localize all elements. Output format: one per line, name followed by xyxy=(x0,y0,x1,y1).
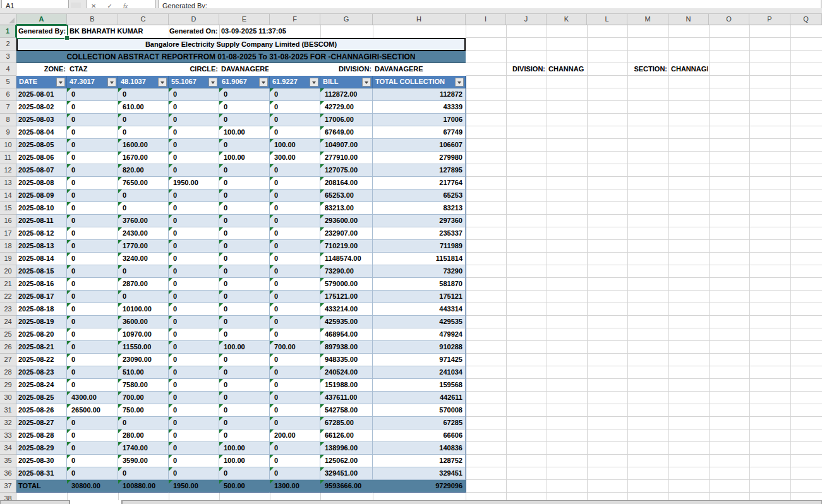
cell-value[interactable]: 700.00 xyxy=(118,392,169,404)
cell-value[interactable]: 0 xyxy=(169,328,219,341)
column-filter-header[interactable]: 47.3017 xyxy=(67,76,118,88)
cell-bill[interactable]: 579000.00 xyxy=(320,278,373,291)
cell-value[interactable]: 0 xyxy=(67,202,118,215)
column-header-f[interactable]: F xyxy=(270,14,320,25)
cell-value[interactable]: 0 xyxy=(270,202,320,215)
cell-value[interactable]: 0 xyxy=(169,379,219,392)
cell-value[interactable]: 0 xyxy=(169,227,219,240)
cell-value[interactable]: 7580.00 xyxy=(118,379,169,392)
row-header-19[interactable]: 19 xyxy=(0,253,16,265)
cell-date[interactable]: 2025-08-21 xyxy=(16,341,67,354)
cell-value[interactable]: 0 xyxy=(169,202,219,215)
cell-bill[interactable]: 433214.00 xyxy=(320,303,373,316)
cell-date[interactable]: 2025-08-06 xyxy=(16,152,67,164)
filter-dropdown-button[interactable] xyxy=(209,78,217,87)
column-header-d[interactable]: D xyxy=(169,14,219,25)
cell-value[interactable]: 0 xyxy=(270,467,320,480)
cell-bill[interactable]: 67649.00 xyxy=(320,126,373,139)
cell-value[interactable]: 1950.00 xyxy=(169,480,219,493)
cell-value[interactable]: 0 xyxy=(118,189,169,202)
filter-dropdown-button[interactable] xyxy=(362,78,371,87)
cell-value[interactable]: 0 xyxy=(270,164,320,177)
column-filter-header[interactable]: TOTAL COLLECTION xyxy=(373,76,466,88)
cell-bill[interactable]: 104907.00 xyxy=(320,139,373,152)
cell-value[interactable]: 0 xyxy=(219,164,270,177)
cell-company-title[interactable]: Bangalore Electricity Supply Company Lim… xyxy=(16,38,466,51)
cell-date[interactable]: 2025-08-05 xyxy=(16,139,67,152)
row-header-10[interactable]: 10 xyxy=(0,139,16,152)
column-filter-header[interactable]: BILL xyxy=(320,76,373,88)
cell-value[interactable]: 0 xyxy=(169,341,219,354)
cell-total[interactable]: 279980 xyxy=(373,152,466,164)
cell-total[interactable]: 43339 xyxy=(373,101,466,114)
cell-value[interactable]: 0 xyxy=(270,177,320,189)
cell-value[interactable]: 0 xyxy=(67,164,118,177)
cell-bill[interactable]: 710219.00 xyxy=(320,240,373,253)
cell-value[interactable]: 0 xyxy=(118,291,169,303)
cell-total[interactable]: 217764 xyxy=(373,177,466,189)
cell-value[interactable]: 100.00 xyxy=(219,341,270,354)
cell-value[interactable]: 0 xyxy=(67,227,118,240)
cell-value[interactable]: 100.00 xyxy=(219,455,270,467)
cell-date[interactable]: 2025-08-01 xyxy=(16,88,67,101)
cell-date[interactable]: 2025-08-02 xyxy=(16,101,67,114)
column-header-j[interactable]: J xyxy=(506,14,547,25)
cell-value[interactable]: 0 xyxy=(67,177,118,189)
column-header-n[interactable]: N xyxy=(668,14,709,25)
cell-value[interactable]: 0 xyxy=(219,303,270,316)
cell-total[interactable]: 1151814 xyxy=(373,253,466,265)
cell-value[interactable]: 0 xyxy=(67,240,118,253)
cell-total[interactable]: 106607 xyxy=(373,139,466,152)
cell-division2-value[interactable]: CHANNAGIRI xyxy=(548,63,584,76)
cell-value[interactable]: 0 xyxy=(219,189,270,202)
row-header-6[interactable]: 6 xyxy=(0,88,16,101)
cell-value[interactable]: 0 xyxy=(169,265,219,278)
cell-value[interactable]: 0 xyxy=(270,328,320,341)
row-header-37[interactable]: 37 xyxy=(0,480,16,493)
cell-report-title[interactable]: COLLECTION ABSTRACT REPORTFROM 01-08-202… xyxy=(16,51,466,63)
cell-value[interactable]: 0 xyxy=(169,278,219,291)
cell-value[interactable]: 0 xyxy=(169,114,219,126)
cell-bill[interactable]: 42729.00 xyxy=(320,101,373,114)
cell-generated-on-label[interactable]: Generated On: xyxy=(169,25,219,38)
cell-date[interactable]: 2025-08-14 xyxy=(16,253,67,265)
row-header-2[interactable]: 2 xyxy=(0,38,16,51)
cell-value[interactable]: 0 xyxy=(67,467,118,480)
cell-date[interactable]: 2025-08-03 xyxy=(16,114,67,126)
cell-value[interactable]: 0 xyxy=(169,429,219,442)
cell-bill[interactable]: 293600.00 xyxy=(320,215,373,227)
cell-date[interactable]: 2025-08-18 xyxy=(16,303,67,316)
cell-bill[interactable]: 66126.00 xyxy=(320,429,373,442)
cell-bill[interactable]: 948335.00 xyxy=(320,354,373,366)
filter-dropdown-button[interactable] xyxy=(56,78,65,87)
cell-value[interactable]: 0 xyxy=(219,366,270,379)
filter-dropdown-button[interactable] xyxy=(259,78,268,87)
cell-bill[interactable]: 437611.00 xyxy=(320,392,373,404)
cell-value[interactable]: 0 xyxy=(270,88,320,101)
cell-value[interactable]: 0 xyxy=(67,189,118,202)
cell-value[interactable]: 3590.00 xyxy=(118,455,169,467)
cell-value[interactable]: 510.00 xyxy=(118,366,169,379)
cell-bill[interactable]: 232907.00 xyxy=(320,227,373,240)
cell-total[interactable]: 711989 xyxy=(373,240,466,253)
column-filter-header[interactable]: 55.1067 xyxy=(169,76,219,88)
cell-bill[interactable]: 175121.00 xyxy=(320,291,373,303)
cell-value[interactable]: 0 xyxy=(118,417,169,429)
cell-total[interactable]: 65253 xyxy=(373,189,466,202)
cell-date[interactable]: 2025-08-25 xyxy=(16,392,67,404)
row-header-25[interactable]: 25 xyxy=(0,328,16,341)
row-header-21[interactable]: 21 xyxy=(0,278,16,291)
row-header-26[interactable]: 26 xyxy=(0,341,16,354)
cell-value[interactable]: 0 xyxy=(270,417,320,429)
cell-circle-value[interactable]: DAVANAGERE xyxy=(221,63,269,76)
cell-value[interactable]: 26500.00 xyxy=(67,404,118,417)
cell-total[interactable]: 241034 xyxy=(373,366,466,379)
horizontal-scrollbar[interactable] xyxy=(122,500,822,504)
cell-total[interactable]: 73290 xyxy=(373,265,466,278)
name-box-dropdown-icon[interactable] xyxy=(71,3,81,8)
cell-value[interactable]: 0 xyxy=(219,240,270,253)
cell-value[interactable]: 4300.00 xyxy=(67,392,118,404)
filter-dropdown-button[interactable] xyxy=(158,78,167,87)
cell-value[interactable]: 0 xyxy=(270,379,320,392)
cell-value[interactable]: 820.00 xyxy=(118,164,169,177)
